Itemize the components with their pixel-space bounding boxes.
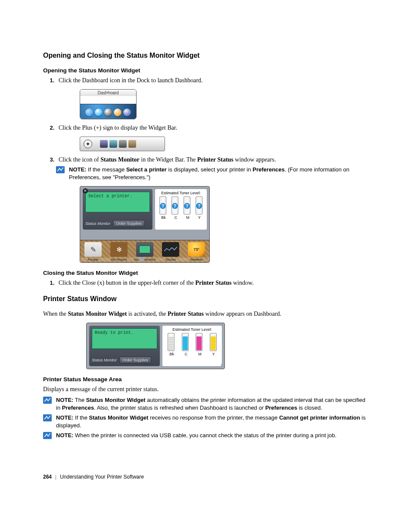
- ski-report-widget-icon[interactable]: ❄: [110, 242, 128, 257]
- widget-tile-icon: [128, 140, 136, 148]
- safari-icon: [123, 109, 131, 116]
- close-step-text-b: window.: [231, 280, 253, 286]
- shelf-label-weather: Weather: [184, 258, 209, 261]
- people-widget-icon[interactable]: ✎: [84, 242, 102, 257]
- shelf-label-people: People: [80, 258, 106, 261]
- stocks-widget-icon[interactable]: [162, 242, 179, 257]
- figure-dashboard-dock: Dashboard: [80, 89, 368, 119]
- status-monitor-label: Status Monitor: [92, 358, 117, 362]
- step-3: Click the icon of Status Monitor in the …: [56, 156, 368, 163]
- note-4-text: When the printer is connected via USB ca…: [73, 432, 336, 439]
- step-1: Click the Dashboard icon in the Dock to …: [56, 77, 368, 84]
- note-label: NOTE:: [56, 397, 73, 403]
- toner-label-bk: Bk: [169, 352, 174, 356]
- note-icon: [56, 166, 65, 174]
- note-1: NOTE: If the message Select a printer is…: [56, 166, 368, 181]
- footer-separator: |: [55, 474, 56, 480]
- toner-label-y: Y: [212, 352, 215, 356]
- heading-opening-closing: Opening and Closing the Status Monitor W…: [43, 52, 368, 59]
- figure-status-monitor-ready: Ready to print. Status Monitor Order Sup…: [86, 323, 368, 369]
- close-step-1: Click the Close (x) button in the upper-…: [56, 280, 368, 286]
- close-step-bold: Printer Status: [195, 280, 231, 286]
- note-2-text-d: is closed.: [297, 404, 322, 411]
- note-1-text-a: If the message: [86, 166, 126, 173]
- note-1-bold-2: Preferences: [252, 166, 284, 173]
- unknown-icon: ?: [172, 203, 178, 209]
- finder-icon: [85, 109, 93, 116]
- widget-tile-icon: [109, 140, 117, 148]
- note-2-bold-1: Status Monitor Widget: [86, 397, 146, 403]
- weather-widget-icon[interactable]: 73°: [188, 242, 205, 257]
- step-3-text-3: window appears.: [234, 156, 276, 163]
- pointer-arrow-icon: [136, 257, 146, 268]
- plus-button[interactable]: +: [84, 140, 92, 148]
- toner-label-m: M: [186, 215, 190, 220]
- step-3-text-2: in the Widget Bar. The: [140, 156, 197, 163]
- shelf-label-stocks: Stocks: [158, 258, 184, 261]
- close-step-text-a: Click the Close (x) button in the upper-…: [59, 280, 195, 286]
- toner-label-y: Y: [198, 215, 201, 220]
- status-monitor-label: Status Monitor: [85, 221, 110, 226]
- toner-cyan: ?: [171, 196, 178, 215]
- note-label: NOTE:: [56, 432, 73, 439]
- step-3-text: Click the icon of: [59, 156, 100, 163]
- toner-magenta: ?: [184, 196, 190, 215]
- note-3-text-b: receives no response from the printer, t…: [148, 414, 279, 421]
- order-supplies-button[interactable]: Order Supplies: [119, 357, 151, 364]
- shelf-label-ski: Ski Report: [106, 258, 132, 261]
- status-monitor-panel: Ready to print. Status Monitor Order Sup…: [89, 326, 160, 366]
- toner-black: [168, 333, 174, 351]
- note-label: NOTE:: [56, 414, 73, 421]
- note-icon: [43, 432, 52, 439]
- chapter-title: Understanding Your Printer Software: [60, 474, 144, 480]
- unknown-icon: ?: [160, 203, 166, 209]
- toner-level-panel: Estimated Toner Level: Bk C M Y i: [162, 326, 222, 366]
- page-number: 264: [43, 474, 52, 480]
- opening-steps-cont: Click the Plus (+) sign to display the W…: [43, 124, 368, 131]
- note-3-text-a: If the: [73, 414, 89, 421]
- toner-level-panel: Estimated Toner Level: ? ? ? ? Bk C M Y …: [155, 189, 207, 230]
- toner-yellow: [210, 333, 217, 351]
- heading-opening-widget: Opening the Status Monitor Widget: [43, 67, 368, 74]
- widget-tile-icon: [100, 140, 108, 148]
- info-icon[interactable]: i: [221, 363, 222, 367]
- opening-steps: Click the Dashboard icon in the Dock to …: [43, 77, 368, 84]
- printer-status-screen: Ready to print.: [92, 328, 157, 349]
- closing-steps: Click the Close (x) button in the upper-…: [43, 280, 368, 286]
- figure-status-monitor-select: ✕ Select a printer. Status Monitor Order…: [80, 186, 368, 263]
- note-4: NOTE: When the printer is connected via …: [43, 432, 368, 439]
- close-icon[interactable]: ✕: [83, 188, 88, 193]
- note-2: NOTE: The Status Monitor Widget automati…: [43, 396, 368, 411]
- note-3-bold-2: Cannot get printer information: [279, 414, 360, 421]
- toner-caption: Estimated Toner Level:: [157, 191, 205, 195]
- heading-printer-status-window: Printer Status Window: [43, 295, 368, 303]
- settings-icon: [114, 109, 121, 116]
- note-2-bold-2: Preferences: [62, 404, 94, 411]
- note-1-text-b: is displayed, select your printer in: [167, 166, 252, 173]
- psw-intro: When the Status Monitor Widget is activa…: [43, 311, 368, 317]
- appstore-icon: [95, 109, 103, 116]
- step-2: Click the Plus (+) sign to display the W…: [56, 124, 368, 131]
- toner-label-c: C: [185, 352, 188, 356]
- page-footer: 264 | Understanding Your Printer Softwar…: [43, 474, 368, 480]
- toner-label-c: C: [174, 215, 177, 220]
- note-icon: [43, 414, 52, 422]
- status-monitor-widget-icon[interactable]: [136, 242, 153, 257]
- toner-label-bk: Bk: [161, 215, 166, 220]
- info-icon[interactable]: i: [206, 256, 207, 261]
- status-monitor-panel: Select a printer. Status Monitor Order S…: [83, 189, 153, 230]
- note-icon: [43, 396, 52, 404]
- toner-label-m: M: [198, 352, 202, 356]
- dashboard-icon[interactable]: [104, 109, 112, 116]
- note-label: NOTE:: [69, 166, 86, 173]
- toner-caption: Estimated Toner Level:: [164, 327, 220, 332]
- heading-message-area: Printer Status Message Area: [43, 376, 368, 383]
- heading-closing-widget: Closing the Status Monitor Widget: [43, 270, 368, 276]
- step-3-bold-2: Printer Status: [197, 156, 234, 163]
- note-2-bold-3: Preferences: [265, 404, 297, 411]
- order-supplies-button[interactable]: Order Supplies: [113, 220, 145, 227]
- note-3-bold-1: Status Monitor Widget: [89, 414, 149, 421]
- note-2-text-a: The: [73, 397, 86, 403]
- step-3-bold-1: Status Monitor: [100, 156, 140, 163]
- printer-status-screen: Select a printer.: [85, 192, 150, 212]
